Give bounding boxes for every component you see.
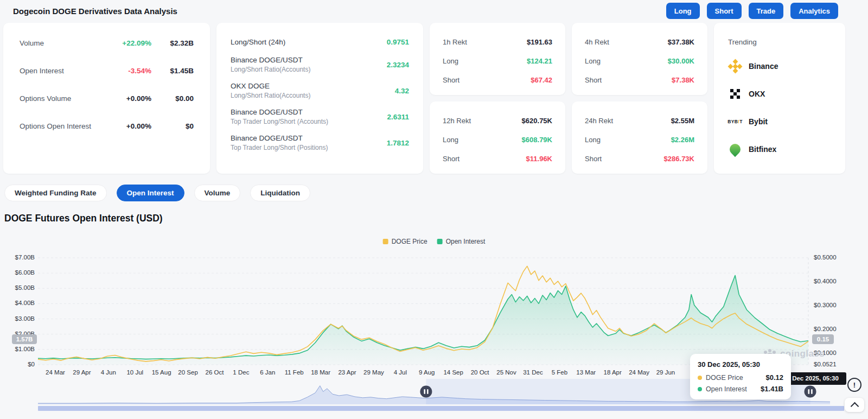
rekt-row: Long$124.21 — [443, 57, 552, 65]
rekt-long-value: $2.26M — [671, 136, 694, 144]
chart-tabs: Weighted Funding RateOpen InterestVolume… — [4, 185, 310, 201]
ratio-subtitle: Long/Short Ratio(Accounts) — [231, 92, 395, 99]
rekt-total: $2.55M — [671, 117, 694, 125]
right-axis-tick: $0.0521 — [814, 361, 846, 367]
ratio-value: 0.9751 — [387, 38, 409, 46]
left-axis-tick: $5.00B — [0, 284, 35, 291]
stats-row: Options Volume+0.00%$0.00 — [20, 93, 194, 103]
tooltip-row: DOGE Price$0.12 — [698, 373, 783, 382]
legend-item[interactable]: DOGE Price — [383, 238, 427, 245]
rekt-short-value: $67.42 — [531, 76, 552, 84]
trending-list: BinanceOKXBYB!TBybitBitfinex — [728, 59, 831, 156]
stat-change: +0.00% — [105, 94, 151, 103]
rekt-short-label: Short — [443, 76, 531, 84]
rekt-short-value: $7.38K — [672, 76, 694, 84]
rekt-row: Long$2.26M — [585, 136, 694, 144]
ratio-subtitle: Long/Short Ratio(Accounts) — [231, 66, 387, 73]
tab-volume[interactable]: Volume — [194, 185, 241, 201]
short-button[interactable]: Short — [707, 3, 742, 19]
stat-value: $1.45B — [151, 67, 194, 75]
ratio-subtitle: Top Trader Long/Short (Positions) — [231, 144, 387, 151]
tab-weighted-funding-rate[interactable]: Weighted Funding Rate — [4, 185, 107, 201]
chevron-up-icon — [850, 402, 859, 410]
exchange-name: Bybit — [749, 117, 768, 126]
navigator-scrollbar[interactable] — [38, 406, 844, 411]
rekt-row: 1h Rekt$191.63 — [443, 38, 552, 46]
ratio-title: Binance DOGE/USDT — [231, 56, 387, 64]
navigator-handle-left[interactable] — [420, 386, 432, 398]
rekt-long-label: Long — [443, 136, 522, 144]
chart-alert-button[interactable]: ! — [846, 377, 863, 393]
ratio-title: Long/Short (24h) — [231, 38, 387, 46]
rekt-row: Long$608.79K — [443, 136, 552, 144]
legend-item[interactable]: Open Interest — [437, 238, 486, 245]
stat-label: Volume — [20, 39, 105, 47]
rekt-card: 4h Rekt$37.38KLong$30.00KShort$7.38K — [572, 23, 707, 95]
left-axis-tick: $6.00B — [0, 269, 35, 276]
tooltip-series-value: $1.41B — [761, 385, 783, 393]
rekt-long-label: Long — [585, 57, 668, 65]
tooltip-series-label: DOGE Price — [706, 374, 762, 382]
stat-change: -3.54% — [105, 67, 151, 75]
chart-legend: DOGE PriceOpen Interest — [383, 238, 486, 245]
section-title: DOGE Futures Open Interest (USD) — [4, 213, 163, 224]
open-interest-area — [38, 275, 808, 365]
rekt-long-value: $608.79K — [522, 136, 552, 144]
stat-value: $0.00 — [151, 94, 194, 103]
rekt-short-label: Short — [585, 76, 672, 84]
rekt-long-label: Long — [585, 136, 671, 144]
tooltip-series-dot — [698, 387, 702, 391]
market-stats-card: Volume+22.09%$2.32BOpen Interest-3.54%$1… — [3, 23, 210, 174]
tooltip-series-value: $0.12 — [765, 373, 783, 382]
trending-exchange-okx[interactable]: OKX — [728, 87, 831, 101]
derivatives-dashboard: Dogecoin DOGE Derivatives Data Analysis … — [0, 0, 868, 419]
rekt-row: Short$11.96K — [443, 155, 552, 163]
rekt-period: 4h Rekt — [585, 38, 668, 46]
navigator-handle-right[interactable] — [805, 386, 816, 398]
tab-liquidation[interactable]: Liquidation — [250, 185, 310, 201]
ratio-value: 4.32 — [395, 87, 409, 95]
collapse-chart-button[interactable] — [845, 398, 864, 412]
x-axis-tick: 29 Jun — [649, 369, 682, 376]
rekt-short-label: Short — [585, 155, 664, 163]
left-axis-tick: $0 — [0, 361, 35, 367]
rekt-long-value: $30.00K — [668, 57, 694, 65]
rekt-row: 4h Rekt$37.38K — [585, 38, 694, 46]
ratio-row: Binance DOGE/USDTTop Trader Long/Short (… — [231, 134, 409, 151]
rekt-short-value: $286.73K — [664, 155, 694, 163]
current-price-badge: 0.15 — [812, 334, 834, 344]
trending-exchange-bitfinex[interactable]: Bitfinex — [728, 142, 831, 156]
tooltip-row: Open Interest$1.41B — [698, 385, 783, 393]
trending-exchange-bybit[interactable]: BYB!TBybit — [728, 115, 831, 129]
rekt-row: 12h Rekt$620.75K — [443, 117, 552, 125]
header-actions: LongShortTradeAnalytics — [666, 3, 838, 19]
ratio-row: Long/Short (24h)0.9751 — [231, 36, 409, 47]
stat-label: Open Interest — [20, 67, 105, 75]
trending-title: Trending — [728, 38, 831, 46]
trade-button[interactable]: Trade — [749, 3, 784, 19]
right-axis-tick: $0.2000 — [814, 326, 846, 332]
tab-open-interest[interactable]: Open Interest — [117, 185, 184, 201]
stat-label: Options Volume — [20, 94, 105, 103]
exchange-name: Bitfinex — [749, 145, 776, 154]
rekt-row: Short$7.38K — [585, 76, 694, 84]
legend-swatch — [383, 239, 388, 244]
page-title: Dogecoin DOGE Derivatives Data Analysis — [13, 0, 177, 22]
chart-tooltip: 30 Dec 2025, 05:30 DOGE Price$0.12Open I… — [690, 354, 791, 399]
trending-exchange-binance[interactable]: Binance — [728, 59, 831, 73]
ratio-row: Binance DOGE/USDTLong/Short Ratio(Accoun… — [231, 56, 409, 73]
okx-icon — [728, 89, 742, 99]
analytics-button[interactable]: Analytics — [790, 3, 838, 19]
rekt-period: 24h Rekt — [585, 117, 671, 125]
ratio-value: 1.7812 — [387, 139, 409, 147]
stat-label: Options Open Interest — [20, 122, 105, 130]
rekt-period: 12h Rekt — [443, 117, 522, 125]
ratio-title: Binance DOGE/USDT — [231, 108, 387, 116]
long-button[interactable]: Long — [666, 3, 700, 19]
right-axis-tick: $0.5000 — [814, 254, 846, 261]
rekt-total: $191.63 — [527, 38, 552, 46]
rekt-long-label: Long — [443, 57, 527, 65]
stats-row: Volume+22.09%$2.32B — [20, 38, 194, 48]
ratio-subtitle: Top Trader Long/Short (Accounts) — [231, 118, 387, 125]
stat-change: +0.00% — [105, 122, 151, 130]
